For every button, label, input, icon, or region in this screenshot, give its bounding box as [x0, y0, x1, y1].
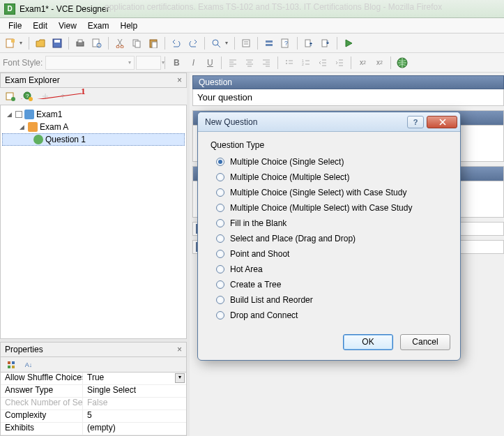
align-right-button[interactable] — [259, 55, 274, 70]
question-type-option[interactable]: Drop and Connect — [209, 308, 449, 323]
tree-root[interactable]: ◢ Exam1 — [2, 108, 185, 121]
radio-icon[interactable] — [216, 204, 224, 212]
bullets-button[interactable] — [282, 55, 297, 70]
font-style-combo[interactable]: ▾ — [45, 56, 135, 70]
chevron-down-icon[interactable]: ▾ — [175, 373, 185, 383]
italic-button[interactable]: I — [185, 55, 201, 70]
align-left-button[interactable] — [225, 55, 240, 70]
dialog-titlebar[interactable]: New Question ? — [198, 112, 460, 132]
run-button[interactable] — [341, 36, 356, 51]
question-text-input[interactable]: Your question — [192, 89, 504, 106]
ok-button[interactable]: OK — [343, 334, 393, 350]
globe-button[interactable] — [395, 55, 410, 70]
print-button[interactable] — [72, 36, 88, 51]
radio-icon[interactable] — [216, 265, 224, 273]
tree-question[interactable]: Question 1 — [2, 133, 185, 146]
indent-button[interactable] — [332, 55, 347, 70]
prop-row[interactable]: Exhibits (empty) — [1, 423, 186, 435]
question-type-option[interactable]: Multiple Choice (Single Select) with Cas… — [209, 185, 449, 200]
question-type-option[interactable]: Hot Area — [209, 262, 449, 277]
close-icon[interactable]: × — [177, 345, 182, 354]
question-type-option[interactable]: Build List and Reorder — [209, 292, 449, 308]
radio-icon[interactable] — [216, 296, 224, 304]
svg-rect-1 — [11, 39, 15, 43]
exam-tree[interactable]: ◢ Exam1 ◢ Exam A Question 1 — [0, 105, 187, 339]
outdent-button[interactable] — [315, 55, 330, 70]
radio-icon[interactable] — [216, 158, 224, 166]
cut-button[interactable] — [112, 36, 128, 51]
redo-button[interactable] — [185, 36, 201, 51]
question-type-option[interactable]: Create a Tree — [209, 277, 449, 292]
prop-row[interactable]: Answer Type Single Select — [1, 385, 186, 398]
underline-button[interactable]: U — [202, 55, 217, 70]
tree-twisty-icon[interactable]: ◢ — [17, 123, 26, 130]
categorize-button[interactable] — [3, 357, 19, 373]
font-style-input[interactable] — [49, 58, 125, 68]
prop-row[interactable]: Complexity 5 — [1, 410, 186, 423]
menu-view[interactable]: View — [53, 20, 82, 32]
add-question-button[interactable]: ? — [20, 89, 36, 104]
align-center-button[interactable] — [242, 55, 257, 70]
menu-exam[interactable]: Exam — [82, 20, 115, 32]
prop-value[interactable]: (empty) — [83, 423, 186, 435]
question-type-option[interactable]: Select and Place (Drag and Drop) — [209, 231, 449, 246]
prop-row[interactable]: Allow Shuffle Choices True▾ — [1, 373, 186, 385]
tree-checkbox[interactable] — [15, 111, 22, 118]
copy-button[interactable] — [129, 36, 144, 51]
preview-button[interactable] — [89, 36, 105, 51]
find-button[interactable] — [208, 36, 224, 51]
open-button[interactable] — [33, 36, 48, 51]
radio-icon[interactable] — [216, 250, 224, 258]
superscript-button[interactable]: x2 — [355, 55, 370, 70]
undo-button[interactable] — [169, 36, 184, 51]
svg-rect-3 — [54, 40, 60, 43]
prop-key: Complexity — [1, 410, 83, 422]
help-button[interactable]: ? — [407, 116, 424, 128]
radio-icon[interactable] — [216, 311, 224, 320]
collapse-button[interactable] — [55, 89, 70, 104]
font-size-input[interactable] — [139, 58, 159, 68]
properties-button[interactable] — [238, 36, 254, 51]
close-icon[interactable]: × — [177, 75, 182, 85]
cancel-button[interactable]: Cancel — [400, 334, 450, 350]
question-type-option[interactable]: Point and Shoot — [209, 246, 449, 262]
new-question-button[interactable]: ? — [278, 36, 293, 51]
question-type-option[interactable]: Multiple Choice (Multiple Select) with C… — [209, 200, 449, 216]
paste-button[interactable] — [146, 36, 161, 51]
prop-value[interactable]: True — [87, 373, 104, 382]
prop-value[interactable]: 5 — [83, 410, 186, 422]
tree-twisty-icon[interactable]: ◢ — [5, 111, 13, 118]
radio-icon[interactable] — [216, 173, 224, 181]
find-dropdown[interactable]: ▾ — [225, 40, 231, 46]
radio-icon[interactable] — [216, 280, 224, 289]
radio-icon[interactable] — [216, 188, 224, 197]
question-type-option[interactable]: Multiple Choice (Single Select) — [209, 154, 449, 170]
radio-icon[interactable] — [216, 219, 224, 227]
add-exam-button[interactable] — [3, 89, 18, 104]
sort-button[interactable]: A↓ — [21, 357, 36, 373]
bold-button[interactable]: B — [169, 55, 184, 70]
radio-icon[interactable] — [216, 234, 224, 243]
new-dropdown[interactable]: ▾ — [20, 40, 25, 46]
menu-edit[interactable]: Edit — [27, 20, 53, 32]
question-type-option[interactable]: Fill in the Blank — [209, 216, 449, 231]
font-size-combo[interactable]: ▾ — [136, 56, 161, 70]
new-button[interactable] — [3, 36, 18, 51]
new-section-button[interactable] — [261, 36, 277, 51]
tree-section[interactable]: ◢ Exam A — [2, 121, 185, 133]
svg-rect-34 — [8, 366, 10, 368]
prop-key: Answer Type — [1, 385, 83, 397]
subscript-button[interactable]: x2 — [372, 55, 387, 70]
svg-rect-32 — [8, 361, 10, 364]
menu-file[interactable]: File — [3, 20, 27, 32]
menu-help[interactable]: Help — [115, 20, 144, 32]
save-button[interactable] — [49, 36, 65, 51]
move-up-button[interactable] — [301, 36, 316, 51]
move-down-button[interactable] — [318, 36, 333, 51]
prop-value[interactable]: Single Select — [83, 385, 186, 397]
close-button[interactable] — [427, 116, 457, 128]
numbering-button[interactable]: 12 — [298, 55, 314, 70]
expand-button[interactable] — [38, 89, 53, 104]
question-type-option[interactable]: Multiple Choice (Multiple Select) — [209, 170, 449, 185]
properties-grid[interactable]: Allow Shuffle Choices True▾ Answer Type … — [0, 373, 187, 436]
